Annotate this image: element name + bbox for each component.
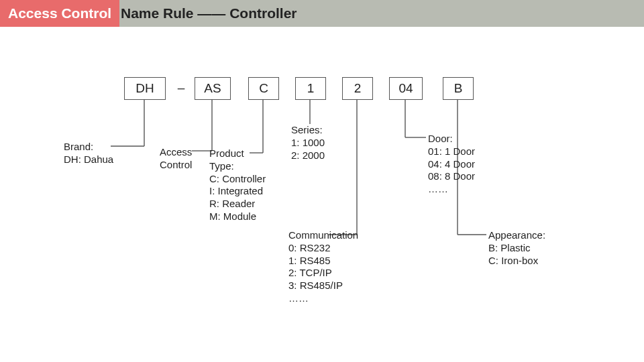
code-box-c: C <box>248 77 279 100</box>
label-brand: Brand: DH: Dahua <box>64 141 113 166</box>
label-product-type: Product Type: C: Controller I: Integrate… <box>209 147 266 223</box>
label-series: Series: 1: 1000 2: 2000 <box>291 124 325 162</box>
code-box-2: 2 <box>342 77 373 100</box>
page-header: Access Control Name Rule —— Controller <box>0 0 644 27</box>
code-box-04: 04 <box>389 77 423 100</box>
label-communication: Communication 0: RS232 1: RS485 2: TCP/I… <box>288 229 358 305</box>
label-appearance: Appearance: B: Plastic C: Iron-box <box>488 229 545 267</box>
code-dash: – <box>173 77 189 99</box>
label-access: Access Control <box>160 146 192 172</box>
code-box-b: B <box>443 77 474 100</box>
header-badge: Access Control <box>0 0 119 27</box>
code-box-as: AS <box>195 77 231 100</box>
label-door: Door: 01: 1 Door 04: 4 Door 08: 8 Door …… <box>428 133 475 196</box>
code-box-1: 1 <box>295 77 326 100</box>
code-box-dh: DH <box>124 77 166 100</box>
header-title: Name Rule —— Controller <box>121 0 297 27</box>
diagram-stage: DH – AS C 1 2 04 B Brand: DH: Dahua Acce… <box>0 27 644 362</box>
